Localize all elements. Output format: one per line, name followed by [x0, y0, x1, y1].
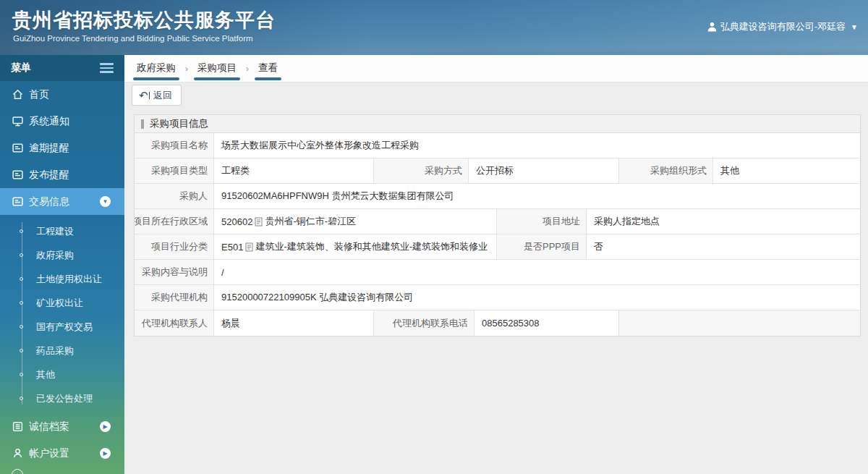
submenu-item-land-use[interactable]: 土地使用权出让: [0, 267, 124, 291]
caret-down-icon: ▼: [851, 23, 858, 31]
field-label: 采购方式: [374, 158, 469, 183]
breadcrumb-separator: ›: [242, 64, 253, 74]
sidebar-item-label: 逾期提醒: [29, 142, 69, 155]
section-header: 采购项目信息: [135, 115, 860, 133]
sidebar-item-credit-archive[interactable]: 诚信档案 ▶: [0, 413, 124, 440]
field-value: 场景大数据展示中心室外整体形象改造工程采购: [214, 133, 860, 158]
sidebar-item-label: 首页: [29, 88, 49, 101]
field-label: 项目地址: [497, 209, 587, 234]
submenu-item-published-notices[interactable]: 已发公告处理: [0, 386, 124, 410]
user-outline-icon: [12, 447, 24, 460]
field-value: /: [214, 260, 860, 284]
field-value: E501 建筑业-建筑装饰、装修和其他建筑业-建筑装饰和装修业: [214, 234, 497, 259]
field-label: 采购内容与说明: [135, 260, 214, 284]
home-icon: [12, 88, 24, 101]
submenu-item-construction[interactable]: 工程建设: [0, 219, 124, 243]
user-name: 弘典建设咨询有限公司-邓廷容: [720, 20, 846, 33]
sidebar-item-publish-reminder[interactable]: 发布提醒: [0, 161, 124, 188]
undo-back-icon: ↶: [139, 89, 150, 102]
monitor-icon: [12, 115, 24, 127]
field-label: 代理机构联系人: [135, 310, 214, 336]
field-label: 项目所在行政区域: [135, 209, 214, 234]
table-row: 采购项目类型 工程类 采购方式 公开招标 采购组织形式 其他: [135, 158, 860, 184]
breadcrumb-gov-procurement[interactable]: 政府采购: [132, 55, 181, 82]
field-value: 91520602MA6HPFNW9H 贵州梵云大数据集团有限公司: [214, 184, 860, 208]
folder-doc-icon: [12, 195, 24, 208]
sidebar-item-label: 帐户设置: [29, 447, 69, 460]
project-info-panel: 采购项目信息 采购项目名称 场景大数据展示中心室外整体形象改造工程采购 采购项目…: [134, 114, 861, 337]
table-row: 项目所在行政区域 520602 贵州省-铜仁市-碧江区 项目地址 采购人指定地点: [135, 209, 860, 234]
submenu-item-gov-procurement[interactable]: 政府采购: [0, 243, 124, 267]
field-label: 是否PPP项目: [497, 234, 587, 259]
document-lookup-icon[interactable]: [245, 242, 253, 252]
field-value: 否: [587, 234, 860, 259]
document-lookup-icon[interactable]: [255, 217, 263, 227]
list-icon: [12, 420, 24, 433]
main-content: 政府采购 › 采购项目 › 查看 ↶ 返回 采购项目信息 采购项目名称 场景大数…: [124, 55, 868, 474]
chevron-right-circle-icon[interactable]: ▶: [100, 421, 111, 432]
breadcrumb-view[interactable]: 查看: [253, 55, 283, 82]
field-value: 08565285308: [475, 310, 619, 336]
bullet-icon: [20, 373, 23, 376]
field-label: 采购组织形式: [619, 158, 713, 183]
submenu-item-drug-procurement[interactable]: 药品采购: [0, 339, 124, 363]
field-label: 采购代理机构: [135, 285, 214, 310]
region-code: 520602: [221, 216, 252, 227]
bullet-icon: [20, 253, 23, 257]
table-row: 采购代理机构 91520000722109905K 弘典建设咨询有限公司: [135, 285, 860, 310]
platform-subtitle: GuiZhou Province Tendering and Bidding P…: [13, 34, 253, 43]
clipped-menu-icon: [12, 469, 23, 474]
folder-doc-icon: [12, 142, 24, 154]
field-value: 公开招标: [469, 158, 619, 183]
industry-text: 建筑业-建筑装饰、装修和其他建筑业-建筑装饰和装修业: [255, 240, 488, 253]
chevron-right-circle-icon[interactable]: ▶: [100, 448, 111, 459]
field-value: 520602 贵州省-铜仁市-碧江区: [214, 209, 497, 234]
sidebar-item-trade-info[interactable]: 交易信息 ▼: [0, 188, 124, 215]
table-row: 代理机构联系人 杨晨 代理机构联系电话 08565285308: [135, 310, 860, 336]
sidebar-item-account-settings[interactable]: 帐户设置 ▶: [0, 440, 124, 467]
sidebar-menu-header: 菜单: [0, 55, 124, 81]
section-title: 采购项目信息: [150, 117, 208, 130]
folder-doc-icon: [12, 169, 24, 181]
hamburger-icon[interactable]: [100, 63, 114, 73]
trade-info-submenu: 工程建设 政府采购 土地使用权出让 矿业权出让 国有产权交易 药品采购 其他 已…: [0, 215, 124, 413]
sidebar-item-overdue-reminder[interactable]: 逾期提醒: [0, 135, 124, 161]
submenu-item-mining-rights[interactable]: 矿业权出让: [0, 291, 124, 315]
table-row: 采购项目名称 场景大数据展示中心室外整体形象改造工程采购: [135, 133, 860, 158]
sidebar-item-label: 系统通知: [29, 115, 69, 128]
field-value: 其他: [713, 158, 860, 183]
breadcrumb-procurement-project[interactable]: 采购项目: [192, 55, 242, 82]
submenu-item-other[interactable]: 其他: [0, 363, 124, 386]
sidebar-item-system-notice[interactable]: 系统通知: [0, 108, 124, 135]
empty-cell: [619, 310, 860, 336]
submenu-item-state-property[interactable]: 国有产权交易: [0, 315, 124, 339]
app-root: 贵州省招标投标公共服务平台 GuiZhou Province Tendering…: [0, 0, 868, 474]
bullet-icon: [20, 349, 23, 352]
back-button-label: 返回: [153, 89, 172, 102]
top-header: 贵州省招标投标公共服务平台 GuiZhou Province Tendering…: [0, 0, 868, 55]
sidebar-item-home[interactable]: 首页: [0, 81, 124, 108]
back-button[interactable]: ↶ 返回: [132, 85, 182, 106]
bullet-icon: [20, 277, 23, 281]
field-label: 采购项目名称: [135, 133, 214, 158]
bullet-icon: [20, 301, 23, 305]
bullet-icon: [20, 229, 23, 233]
platform-title: 贵州省招标投标公共服务平台: [12, 7, 276, 33]
table-row: 项目行业分类 E501 建筑业-建筑装饰、装修和其他建筑业-建筑装饰和装修业 是…: [135, 234, 860, 260]
sidebar-item-label: 发布提醒: [29, 169, 69, 182]
sidebar-item-label: 诚信档案: [29, 420, 69, 433]
field-value: 杨晨: [214, 310, 374, 336]
bullet-icon: [20, 325, 23, 329]
chevron-down-circle-icon[interactable]: ▼: [100, 196, 111, 207]
field-label: 采购项目类型: [135, 158, 214, 183]
industry-code: E501: [221, 242, 243, 253]
region-text: 贵州省-铜仁市-碧江区: [265, 215, 356, 228]
table-row: 采购人 91520602MA6HPFNW9H 贵州梵云大数据集团有限公司: [135, 184, 860, 209]
field-value: 采购人指定地点: [587, 209, 860, 234]
field-value: 91520000722109905K 弘典建设咨询有限公司: [214, 285, 860, 310]
field-value: 工程类: [214, 158, 374, 183]
field-label: 项目行业分类: [135, 234, 214, 259]
menu-label: 菜单: [11, 62, 31, 75]
user-menu[interactable]: 弘典建设咨询有限公司-邓廷容 ▼: [707, 20, 858, 33]
sidebar: 菜单 首页 系统通知 逾期提醒 发布提醒 交易信息 ▼ 工程建设 政府采购 土地…: [0, 55, 124, 474]
